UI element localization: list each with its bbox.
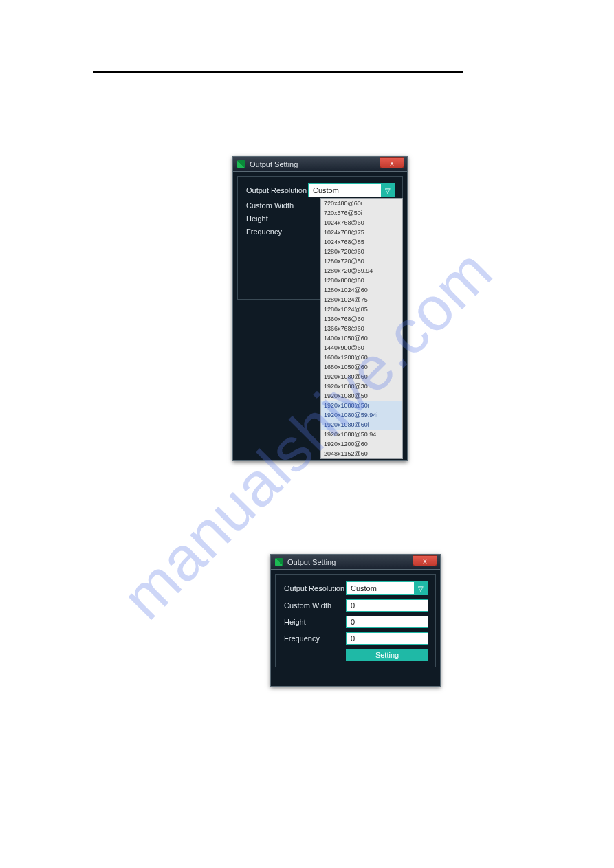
resolution-option[interactable]: 1920x1080@60i — [321, 420, 402, 430]
width-input[interactable]: 0 — [346, 599, 428, 612]
resolution-option[interactable]: 1024x768@60 — [321, 218, 402, 227]
resolution-option[interactable]: 1280x1024@60 — [321, 285, 402, 295]
output-setting-dialog-custom: Output Setting x Output Resolution Custo… — [270, 554, 441, 687]
resolution-option[interactable]: 2048x1152@60 — [321, 449, 402, 458]
combo-value: Custom — [309, 186, 381, 194]
resolution-option[interactable]: 1400x1050@60 — [321, 333, 402, 343]
resolution-option[interactable]: 1366x768@60 — [321, 324, 402, 333]
close-button[interactable]: x — [380, 157, 404, 168]
horizontal-rule — [93, 71, 463, 73]
output-resolution-label: Output Resolution — [246, 186, 308, 195]
height-label: Height — [284, 618, 346, 627]
custom-width-label: Custom Width — [284, 601, 346, 610]
app-icon — [275, 558, 283, 566]
output-resolution-label: Output Resolution — [284, 584, 346, 593]
form-panel: Output Resolution Custom ▽ Custom Width … — [275, 574, 436, 667]
frequency-input[interactable]: 0 — [346, 632, 428, 645]
resolution-option[interactable]: 1920x1080@50i — [321, 401, 402, 410]
resolution-option[interactable]: 1600x1200@60 — [321, 353, 402, 362]
resolution-option[interactable]: 1280x720@60 — [321, 247, 402, 256]
close-button[interactable]: x — [413, 555, 437, 566]
resolution-option[interactable]: 1360x768@60 — [321, 314, 402, 324]
app-icon — [237, 160, 245, 168]
resolution-option[interactable]: 1920x1080@60 — [321, 372, 402, 381]
dialog-title: Output Setting — [250, 160, 298, 168]
resolution-option[interactable]: 720x576@50i — [321, 208, 402, 218]
titlebar[interactable]: Output Setting x — [233, 157, 407, 172]
custom-width-label: Custom Width — [246, 201, 308, 210]
height-label: Height — [246, 214, 308, 223]
resolution-option[interactable]: 1920x1080@59.94i — [321, 410, 402, 420]
frequency-label: Frequency — [284, 634, 346, 643]
resolution-option[interactable]: 1680x1050@60 — [321, 362, 402, 372]
chevron-down-icon[interactable]: ▽ — [381, 184, 395, 197]
output-resolution-combo[interactable]: Custom ▽ — [308, 183, 395, 197]
output-setting-dialog-open: Output Setting x Output Resolution Custo… — [232, 156, 408, 461]
resolution-option[interactable]: 1024x768@75 — [321, 227, 402, 237]
resolution-option[interactable]: 1280x1024@75 — [321, 295, 402, 304]
resolution-option[interactable]: 2560x816@60 — [321, 458, 402, 459]
resolution-option[interactable]: 1920x1200@60 — [321, 439, 402, 449]
resolution-option[interactable]: 1280x720@59.94 — [321, 266, 402, 276]
output-resolution-combo[interactable]: Custom ▽ — [346, 581, 428, 595]
setting-button[interactable]: Setting — [346, 649, 428, 661]
resolution-option[interactable]: 1920x1080@30 — [321, 381, 402, 391]
chevron-down-icon[interactable]: ▽ — [414, 582, 428, 594]
dialog-title: Output Setting — [287, 558, 336, 566]
resolution-option[interactable]: 1440x900@60 — [321, 343, 402, 353]
resolution-option[interactable]: 1920x1080@50.94 — [321, 430, 402, 439]
resolution-option[interactable]: 1280x1024@85 — [321, 304, 402, 314]
resolution-option[interactable]: 1280x800@60 — [321, 276, 402, 285]
resolution-option[interactable]: 1280x720@50 — [321, 256, 402, 266]
combo-value: Custom — [347, 584, 414, 592]
resolution-option[interactable]: 1920x1080@50 — [321, 391, 402, 401]
resolution-option[interactable]: 720x480@60i — [321, 199, 402, 208]
height-input[interactable]: 0 — [346, 616, 428, 628]
titlebar[interactable]: Output Setting x — [271, 555, 440, 570]
resolution-dropdown[interactable]: 720x480@60i720x576@50i1024x768@601024x76… — [320, 198, 403, 459]
frequency-label: Frequency — [246, 227, 308, 236]
resolution-option[interactable]: 1024x768@85 — [321, 237, 402, 247]
